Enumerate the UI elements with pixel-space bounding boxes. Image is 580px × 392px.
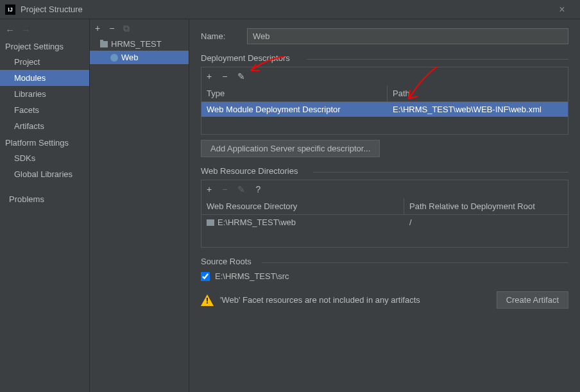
deploy-toolbar: + − ✎ bbox=[201, 67, 568, 85]
copy-icon: ⧉ bbox=[123, 23, 130, 34]
webres-row[interactable]: E:\HRMS_TEST\web / bbox=[201, 215, 568, 230]
nav-section-platform-settings: Platform Settings bbox=[0, 134, 89, 150]
help-icon[interactable]: ? bbox=[255, 184, 260, 194]
tree-toolbar: + − ⧉ bbox=[90, 19, 189, 37]
deployment-table: + − ✎ Type Path Web Module Deployment De… bbox=[201, 67, 568, 135]
tree-item-label: Web bbox=[121, 53, 139, 62]
tree-item-hrms-test[interactable]: HRMS_TEST bbox=[90, 37, 189, 51]
tree-item-label: HRMS_TEST bbox=[111, 39, 162, 49]
nav-item-global-libraries[interactable]: Global Libraries bbox=[0, 166, 89, 182]
webres-cell-path: / bbox=[404, 215, 568, 230]
deploy-row[interactable]: Web Module Deployment Descriptor E:\HRMS… bbox=[201, 102, 568, 117]
edit-icon: ✎ bbox=[237, 184, 245, 194]
name-label: Name: bbox=[201, 31, 247, 41]
edit-icon[interactable]: ✎ bbox=[237, 71, 245, 81]
deploy-cell-type: Web Module Deployment Descriptor bbox=[201, 102, 388, 117]
remove-icon: − bbox=[222, 184, 227, 194]
add-icon[interactable]: + bbox=[207, 71, 212, 81]
webres-toolbar: + − ✎ ? bbox=[201, 180, 568, 198]
create-artifact-button[interactable]: Create Artifact bbox=[497, 291, 568, 309]
close-icon[interactable]: × bbox=[549, 4, 575, 15]
warning-message: 'Web' Facet resources are not included i… bbox=[220, 295, 490, 305]
source-roots-title: Source Roots bbox=[201, 257, 568, 266]
web-resource-table: + − ✎ ? Web Resource Directory Path Rela… bbox=[201, 180, 568, 248]
left-nav: ← → Project Settings Project Modules Lib… bbox=[0, 19, 90, 392]
source-root-path: E:\HRMS_TEST\src bbox=[215, 271, 289, 281]
deployment-descriptors-title: Deployment Descriptors bbox=[201, 53, 568, 63]
nav-item-artifacts[interactable]: Artifacts bbox=[0, 118, 89, 134]
module-tree: + − ⧉ HRMS_TEST Web bbox=[90, 19, 189, 392]
nav-item-sdks[interactable]: SDKs bbox=[0, 150, 89, 166]
folder-icon bbox=[207, 219, 214, 226]
webres-th-dir: Web Resource Directory bbox=[201, 198, 404, 214]
nav-item-modules[interactable]: Modules bbox=[0, 70, 89, 86]
add-icon[interactable]: + bbox=[95, 23, 100, 33]
title-bar: IJ Project Structure × bbox=[0, 0, 580, 19]
remove-icon[interactable]: − bbox=[109, 23, 114, 33]
back-icon[interactable]: ← bbox=[5, 24, 15, 35]
warning-row: 'Web' Facet resources are not included i… bbox=[201, 291, 568, 309]
app-icon: IJ bbox=[5, 4, 15, 15]
nav-item-facets[interactable]: Facets bbox=[0, 102, 89, 118]
source-root-row[interactable]: E:\HRMS_TEST\src bbox=[201, 271, 568, 281]
webres-th-path: Path Relative to Deployment Root bbox=[404, 198, 568, 214]
tree-item-web[interactable]: Web bbox=[90, 51, 189, 64]
remove-icon[interactable]: − bbox=[222, 71, 227, 81]
deploy-th-path: Path bbox=[388, 85, 568, 101]
nav-item-project[interactable]: Project bbox=[0, 54, 89, 70]
webres-cell-dir: E:\HRMS_TEST\web bbox=[201, 215, 404, 230]
forward-icon: → bbox=[21, 24, 31, 35]
deploy-cell-path: E:\HRMS_TEST\web\WEB-INF\web.xml bbox=[388, 102, 568, 117]
folder-icon bbox=[100, 41, 108, 47]
deploy-th-type: Type bbox=[201, 85, 388, 101]
name-input[interactable] bbox=[247, 28, 568, 44]
nav-history: ← → bbox=[0, 22, 89, 38]
source-root-checkbox[interactable] bbox=[201, 272, 210, 281]
globe-icon bbox=[110, 54, 118, 62]
nav-item-libraries[interactable]: Libraries bbox=[0, 86, 89, 102]
window-title: Project Structure bbox=[21, 4, 549, 14]
web-resource-title: Web Resource Directories bbox=[201, 166, 568, 176]
nav-item-problems[interactable]: Problems bbox=[0, 191, 89, 207]
nav-section-project-settings: Project Settings bbox=[0, 38, 89, 54]
main-panel: Name: Deployment Descriptors + − ✎ Type … bbox=[189, 19, 580, 392]
warning-icon bbox=[201, 294, 214, 306]
add-server-descriptor-button[interactable]: Add Application Server specific descript… bbox=[201, 140, 380, 157]
add-icon[interactable]: + bbox=[207, 184, 212, 194]
